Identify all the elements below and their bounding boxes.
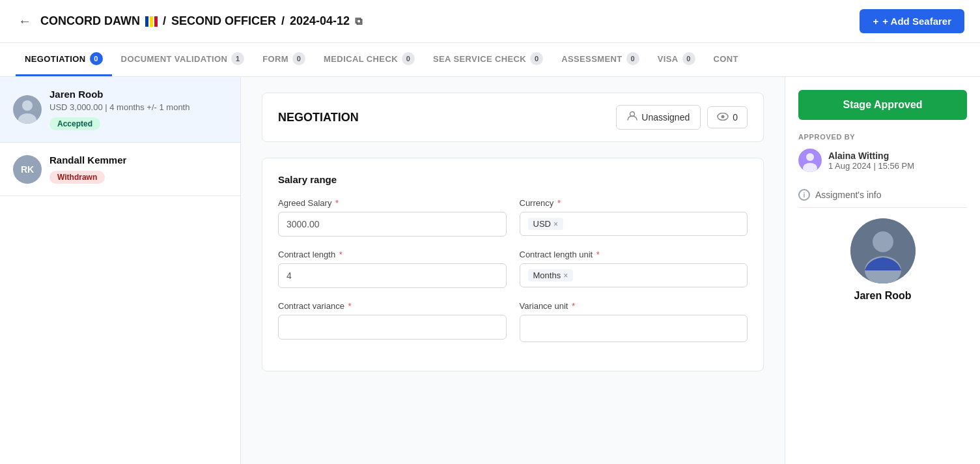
separator1: / xyxy=(163,14,166,28)
tab-cont[interactable]: CONT xyxy=(705,45,748,75)
form-group-contract-length-unit: Contract length unit * Months × xyxy=(520,250,748,288)
stage-approved-button[interactable]: Stage Approved xyxy=(798,90,967,120)
tab-medical-check[interactable]: MEDICAL CHECK 0 xyxy=(315,43,424,76)
seafarer-name-randall: Randall Kemmer xyxy=(49,154,126,166)
form-group-contract-variance: Contract variance * xyxy=(278,301,507,342)
vessel-name: CONCORD DAWN xyxy=(40,14,140,28)
page-title: CONCORD DAWN / SECOND OFFICER / 2024-04-… xyxy=(40,14,362,28)
seafarer-card-img-inner xyxy=(850,218,916,283)
tab-assessment-badge: 0 xyxy=(626,52,639,65)
svg-point-5 xyxy=(721,115,725,119)
required-star: * xyxy=(335,198,339,208)
svg-point-7 xyxy=(806,153,814,161)
approver-name: Alaina Witting xyxy=(828,151,914,161)
agreed-salary-label: Agreed Salary * xyxy=(278,198,507,208)
tab-document-validation[interactable]: DOCUMENT VALIDATION 1 xyxy=(112,43,254,76)
separator2: / xyxy=(281,14,285,28)
badge-randall-withdrawn: Withdrawn xyxy=(49,171,105,184)
tab-sea-service-check[interactable]: SEA SERVICE CHECK 0 xyxy=(424,43,552,76)
back-button[interactable]: ← xyxy=(16,14,34,29)
add-seafarer-button[interactable]: + + Add Seafarer xyxy=(860,9,964,33)
required-star-vu: * xyxy=(572,301,575,311)
tab-negotiation-badge: 0 xyxy=(90,52,103,65)
svg-point-1 xyxy=(22,100,33,111)
add-seafarer-plus: + xyxy=(873,16,878,27)
form-group-contract-length: Contract length * xyxy=(278,250,507,288)
agreed-salary-input[interactable] xyxy=(278,212,507,237)
variance-unit-tag-input[interactable] xyxy=(520,315,748,342)
currency-tag: USD × xyxy=(528,218,563,230)
currency-tag-remove[interactable]: × xyxy=(553,220,558,229)
unassigned-label: Unassigned xyxy=(641,112,690,123)
eye-count: 0 xyxy=(733,112,738,123)
tab-negotiation-label: NEGOTIATION xyxy=(25,54,86,64)
contract-length-label: Contract length * xyxy=(278,250,507,259)
tab-sea-service-check-badge: 0 xyxy=(530,52,543,65)
form-row-contract: Contract length * Contract length unit *… xyxy=(278,250,748,288)
contract-variance-label: Contract variance * xyxy=(278,301,507,311)
contract-variance-input[interactable] xyxy=(278,315,507,340)
add-seafarer-label: + Add Seafarer xyxy=(882,16,951,27)
info-circle-icon: i xyxy=(798,189,810,201)
sidebar-item-top: Jaren Roob USD 3,000.00 | 4 months +/- 1… xyxy=(13,89,227,130)
sidebar: Jaren Roob USD 3,000.00 | 4 months +/- 1… xyxy=(0,77,241,464)
avatar-randall-kemmer: RK xyxy=(13,155,42,184)
right-panel: Stage Approved APPROVED BY Alaina Wittin… xyxy=(785,77,980,464)
main-layout: Jaren Roob USD 3,000.00 | 4 months +/- 1… xyxy=(0,77,980,464)
tab-form-label: FORM xyxy=(262,54,288,64)
external-link-icon[interactable]: ⧉ xyxy=(355,16,362,27)
form-row-salary: Agreed Salary * Currency * USD × xyxy=(278,198,748,237)
section-title-salary: Salary range xyxy=(278,174,748,185)
seafarer-info-randall: Randall Kemmer Withdrawn xyxy=(49,154,126,184)
sidebar-item-randall-kemmer[interactable]: RK Randall Kemmer Withdrawn xyxy=(0,143,240,196)
tab-medical-check-label: MEDICAL CHECK xyxy=(324,54,398,64)
assignment-info-row[interactable]: i Assigment's info xyxy=(798,182,967,208)
variance-unit-label: Variance unit * xyxy=(520,301,748,311)
tab-form[interactable]: FORM 0 xyxy=(253,43,315,76)
seafarer-info-jaren: Jaren Roob USD 3,000.00 | 4 months +/- 1… xyxy=(49,89,189,130)
required-star-clu: * xyxy=(596,250,600,259)
contract-length-unit-tag-input[interactable]: Months × xyxy=(520,263,748,287)
tab-cont-label: CONT xyxy=(714,54,738,64)
tab-document-validation-label: DOCUMENT VALIDATION xyxy=(121,54,228,64)
required-star-cv: * xyxy=(348,301,352,311)
top-bar-left: ← CONCORD DAWN / SECOND OFFICER / 2024-0… xyxy=(16,14,362,29)
seafarer-card-name: Jaren Roob xyxy=(798,290,967,302)
required-star-cl: * xyxy=(339,250,343,259)
required-star-currency: * xyxy=(557,198,561,208)
eye-button[interactable]: 0 xyxy=(707,106,748,128)
tab-visa-label: VISA xyxy=(658,54,679,64)
contract-length-input[interactable] xyxy=(278,263,507,288)
approver-date: 1 Aug 2024 | 15:56 PM xyxy=(828,161,914,171)
content-area: NEGOTIATION Unassigned xyxy=(241,77,785,464)
approver-info: Alaina Witting 1 Aug 2024 | 15:56 PM xyxy=(828,151,914,171)
tabs-bar: NEGOTIATION 0 DOCUMENT VALIDATION 1 FORM… xyxy=(0,43,980,77)
position-label: SECOND OFFICER xyxy=(171,14,276,28)
seafarer-card-image xyxy=(850,218,916,283)
tab-assessment[interactable]: ASSESSMENT 0 xyxy=(552,43,648,76)
sidebar-item-top-randall: RK Randall Kemmer Withdrawn xyxy=(13,154,227,184)
unassigned-button[interactable]: Unassigned xyxy=(616,105,701,130)
contract-length-unit-label: Contract length unit * xyxy=(520,250,748,259)
tab-form-badge: 0 xyxy=(292,52,305,65)
months-tag-remove[interactable]: × xyxy=(563,271,568,280)
negotiation-header: NEGOTIATION Unassigned xyxy=(262,93,764,142)
date-label: 2024-04-12 xyxy=(290,14,350,28)
assignment-info-label: Assigment's info xyxy=(815,190,882,200)
form-section-salary: Salary range Agreed Salary * Currency * xyxy=(262,158,764,371)
tab-negotiation[interactable]: NEGOTIATION 0 xyxy=(16,43,112,76)
person-icon xyxy=(627,111,637,124)
negotiation-title: NEGOTIATION xyxy=(278,111,359,124)
tab-sea-service-check-label: SEA SERVICE CHECK xyxy=(433,54,526,64)
currency-tag-input[interactable]: USD × xyxy=(520,212,748,236)
tab-medical-check-badge: 0 xyxy=(402,52,415,65)
approver-avatar xyxy=(798,149,822,172)
sidebar-item-jaren-roob[interactable]: Jaren Roob USD 3,000.00 | 4 months +/- 1… xyxy=(0,77,240,143)
top-bar: ← CONCORD DAWN / SECOND OFFICER / 2024-0… xyxy=(0,0,980,43)
form-group-currency: Currency * USD × xyxy=(520,198,748,237)
months-tag: Months × xyxy=(528,269,574,282)
tab-visa[interactable]: VISA 0 xyxy=(649,43,705,76)
seafarer-detail-jaren: USD 3,000.00 | 4 months +/- 1 month xyxy=(49,102,189,112)
badge-jaren-accepted: Accepted xyxy=(49,117,100,130)
form-group-agreed-salary: Agreed Salary * xyxy=(278,198,507,237)
